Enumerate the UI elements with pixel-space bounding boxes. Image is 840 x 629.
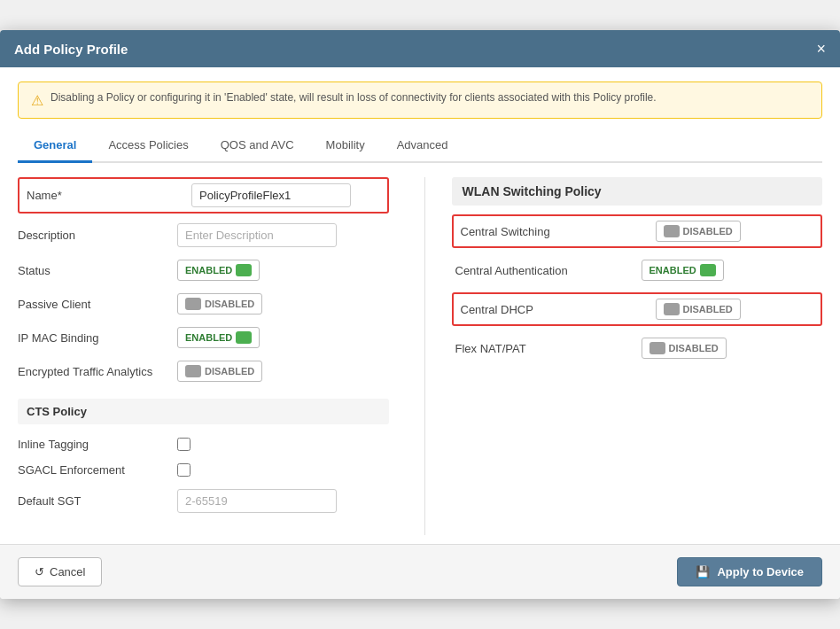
description-input[interactable] (177, 223, 337, 247)
left-panel: Name* Description Status ENABLED (18, 177, 416, 535)
passive-client-toggle[interactable]: DISABLED (177, 293, 262, 314)
passive-client-toggle-label: DISABLED (205, 299, 254, 309)
central-switching-toggle[interactable]: DISABLED (656, 221, 741, 242)
sgacl-label: SGACL Enforcement (18, 463, 168, 477)
name-input[interactable] (191, 183, 351, 207)
central-dhcp-toggle[interactable]: DISABLED (656, 299, 741, 320)
cancel-icon: ↺ (35, 565, 44, 579)
central-switching-value: DISABLED (683, 226, 733, 237)
central-switching-row: Central Switching DISABLED (452, 214, 823, 248)
cancel-label: Cancel (50, 565, 85, 579)
inline-tagging-row: Inline Tagging (18, 431, 389, 457)
description-label: Description (18, 229, 168, 242)
inline-tagging-label: Inline Tagging (18, 438, 168, 451)
status-toggle[interactable]: ENABLED (177, 260, 260, 281)
tab-bar: General Access Policies QOS and AVC Mobi… (18, 129, 822, 163)
inline-tagging-checkbox[interactable] (177, 438, 191, 451)
description-row: Description (18, 217, 389, 253)
right-panel: WLAN Switching Policy Central Switching … (434, 177, 823, 535)
sgacl-checkbox[interactable] (177, 463, 191, 477)
modal-footer: ↺ Cancel 💾 Apply to Device (0, 544, 840, 599)
ip-mac-row: IP MAC Binding ENABLED (18, 321, 389, 354)
status-row: Status ENABLED (18, 253, 389, 287)
panel-divider (424, 177, 425, 535)
ip-mac-toggle[interactable]: ENABLED (177, 327, 260, 348)
name-row: Name* (18, 177, 389, 214)
tab-access-policies[interactable]: Access Policies (92, 129, 204, 163)
apply-button[interactable]: 💾 Apply to Device (677, 557, 822, 586)
passive-client-row: Passive Client DISABLED (18, 287, 389, 321)
modal-header: Add Policy Profile × (0, 30, 840, 67)
ip-mac-indicator (236, 331, 252, 344)
ip-mac-toggle-label: ENABLED (185, 332, 232, 343)
flex-nat-label: Flex NAT/PAT (455, 342, 633, 355)
central-switching-indicator (664, 225, 680, 237)
tab-qos-avc[interactable]: QOS and AVC (205, 129, 310, 163)
cancel-button[interactable]: ↺ Cancel (18, 557, 102, 586)
passive-client-indicator (185, 298, 201, 310)
encrypted-toggle-label: DISABLED (205, 366, 254, 377)
flex-nat-indicator (649, 342, 665, 354)
central-auth-value: ENABLED (649, 265, 696, 276)
central-dhcp-row: Central DHCP DISABLED (452, 292, 823, 326)
central-auth-label: Central Authentication (455, 264, 633, 277)
modal-body: ⚠ Disabling a Policy or configuring it i… (0, 82, 840, 544)
flex-nat-row: Flex NAT/PAT DISABLED (452, 331, 823, 365)
flex-nat-toggle[interactable]: DISABLED (642, 338, 727, 359)
warning-text: Disabling a Policy or configuring it in … (51, 91, 657, 104)
modal-title: Add Policy Profile (14, 42, 128, 57)
tab-mobility[interactable]: Mobility (310, 129, 381, 163)
encrypted-toggle[interactable]: DISABLED (177, 361, 262, 382)
central-dhcp-indicator (664, 303, 680, 315)
default-sgt-input[interactable] (177, 489, 337, 513)
status-label: Status (18, 264, 168, 277)
central-dhcp-label: Central DHCP (461, 303, 647, 316)
central-dhcp-value: DISABLED (683, 304, 733, 314)
default-sgt-row: Default SGT (18, 483, 389, 519)
encrypted-row: Encrypted Traffic Analytics DISABLED (18, 354, 389, 388)
status-toggle-label: ENABLED (185, 265, 232, 276)
warning-icon: ⚠ (31, 92, 43, 109)
tab-advanced[interactable]: Advanced (381, 129, 464, 163)
cts-section-header: CTS Policy (18, 399, 389, 424)
passive-client-label: Passive Client (18, 298, 168, 311)
apply-label: Apply to Device (717, 565, 804, 579)
close-button[interactable]: × (816, 41, 826, 57)
central-switching-label: Central Switching (461, 225, 647, 238)
save-icon: 💾 (696, 565, 710, 579)
default-sgt-label: Default SGT (18, 494, 168, 508)
warning-banner: ⚠ Disabling a Policy or configuring it i… (18, 82, 822, 119)
content-area: Name* Description Status ENABLED (18, 163, 822, 544)
ip-mac-label: IP MAC Binding (18, 331, 168, 345)
encrypted-label: Encrypted Traffic Analytics (18, 365, 168, 378)
central-auth-toggle[interactable]: ENABLED (642, 260, 724, 281)
status-indicator (236, 264, 252, 276)
tab-general[interactable]: General (18, 129, 92, 163)
central-auth-indicator (700, 264, 716, 276)
sgacl-row: SGACL Enforcement (18, 457, 389, 483)
wlan-header: WLAN Switching Policy (452, 177, 823, 206)
name-label: Name* (27, 189, 177, 202)
encrypted-indicator (185, 365, 201, 377)
add-policy-modal: Add Policy Profile × ⚠ Disabling a Polic… (0, 30, 840, 599)
central-auth-row: Central Authentication ENABLED (452, 253, 823, 287)
flex-nat-value: DISABLED (669, 343, 719, 353)
